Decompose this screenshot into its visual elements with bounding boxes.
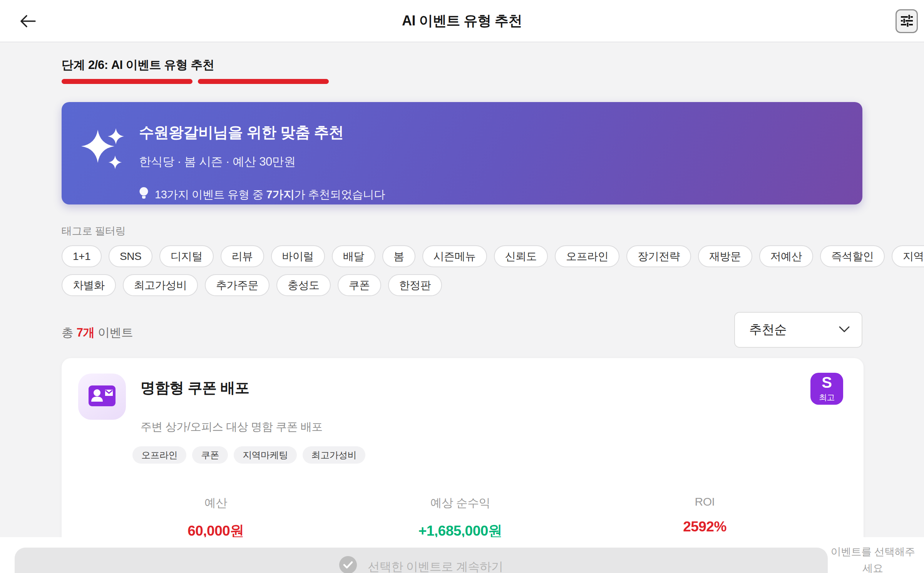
tag-filter-chip[interactable]: 봄 (382, 245, 415, 267)
continue-button-label: 선택한 이벤트로 계속하기 (368, 556, 503, 573)
event-subtitle: 주변 상가/오피스 대상 명함 쿠폰 배포 (141, 419, 323, 435)
event-count: 7개 (77, 326, 95, 339)
page-title: AI 이벤트 유형 추천 (402, 12, 522, 30)
tag-filter-chip[interactable]: 디지털 (159, 245, 214, 267)
stat-column: 예산 60,000원 (94, 495, 338, 541)
tag-filter-chip[interactable]: 장기전략 (626, 245, 691, 267)
banner-info-text: 13가지 이벤트 유형 중 7가지가 추천되었습니다 (155, 187, 385, 203)
progress-segment (198, 79, 329, 84)
contact-mail-icon (89, 385, 116, 408)
event-icon-container (78, 374, 126, 420)
sparkles-icon (80, 125, 124, 204)
banner-content: 수원왕갈비님을 위한 맞춤 추천 한식당 · 봄 시즌 · 예산 30만원 13… (139, 122, 385, 204)
tag-filter-chip[interactable]: SNS (109, 245, 152, 267)
banner-title: 수원왕갈비님을 위한 맞춤 추천 (139, 122, 385, 143)
selection-hint: 이벤트를 선택해주세요 (828, 544, 918, 573)
tag-filter-row-1: 1+1SNS디지털리뷰바이럴배달봄시즌메뉴신뢰도오프라인장기전략재방문저예산즉석… (62, 245, 924, 267)
stat-value: 2592% (583, 519, 827, 535)
back-button[interactable] (16, 11, 39, 32)
tag-filter-chip[interactable]: 차별화 (62, 274, 116, 296)
app-header: AI 이벤트 유형 추천 (0, 0, 924, 42)
tune-sliders-icon (900, 14, 913, 29)
filter-settings-button[interactable] (896, 9, 918, 33)
event-tag: 쿠폰 (192, 446, 228, 464)
bottom-bar: 선택한 이벤트로 계속하기 이벤트를 선택해주세요 (0, 537, 924, 573)
tag-filter-chip[interactable]: 시즌메뉴 (422, 245, 487, 267)
event-tag: 지역마케팅 (234, 446, 297, 464)
event-tag: 오프라인 (132, 446, 186, 464)
tag-filter-chip[interactable]: 쿠폰 (338, 274, 381, 296)
tag-filter-chip[interactable]: 최고가성비 (123, 274, 198, 296)
progress-segment (62, 79, 192, 84)
event-stats: 예산 60,000원 예상 순수익 +1,685,000원 ROI 2592% (78, 495, 842, 541)
event-card-head: 명함형 쿠폰 배포 주변 상가/오피스 대상 명함 쿠폰 배포 (78, 374, 842, 435)
event-tags: 오프라인쿠폰지역마케팅최고가성비 (132, 446, 842, 464)
arrow-left-icon (19, 13, 37, 30)
tag-filter-label: 태그로 필터링 (62, 224, 126, 238)
continue-button[interactable]: 선택한 이벤트로 계속하기 (15, 548, 828, 573)
tag-filter-chip[interactable]: 바이럴 (271, 245, 325, 267)
tag-filter-chip[interactable]: 오프라인 (555, 245, 619, 267)
lightbulb-icon (139, 187, 149, 203)
sort-selected-value: 추천순 (749, 321, 839, 338)
check-circle-icon (339, 556, 357, 573)
tag-filter-chip[interactable]: 저예산 (759, 245, 814, 267)
tag-filter-chip[interactable]: 1+1 (62, 245, 102, 267)
grade-letter: S (822, 375, 832, 390)
chevron-down-icon (839, 326, 850, 334)
event-card[interactable]: 명함형 쿠폰 배포 주변 상가/오피스 대상 명함 쿠폰 배포 오프라인쿠폰지역… (62, 358, 864, 558)
tag-filter-chip[interactable]: 배달 (332, 245, 375, 267)
tag-filter-chip[interactable]: 재방문 (698, 245, 752, 267)
event-count-summary: 총 7개 이벤트 (62, 325, 133, 341)
tag-filter-chip[interactable]: 지역마케팅 (892, 245, 924, 267)
tag-filter-chip[interactable]: 리뷰 (221, 245, 264, 267)
event-card-text: 명함형 쿠폰 배포 주변 상가/오피스 대상 명함 쿠폰 배포 (141, 374, 323, 435)
sort-dropdown[interactable]: 추천순 (734, 312, 862, 348)
step-label: 단계 2/6: AI 이벤트 유형 추천 (62, 57, 214, 73)
tag-filter-chip[interactable]: 추가주문 (205, 274, 270, 296)
stat-column: 예상 순수익 +1,685,000원 (338, 495, 583, 541)
event-tag: 최고가성비 (303, 446, 366, 464)
banner-subtitle: 한식당 · 봄 시즌 · 예산 30만원 (139, 154, 385, 170)
stat-label: 예상 순수익 (338, 495, 583, 511)
stat-label: ROI (583, 495, 827, 508)
stat-column: ROI 2592% (583, 495, 827, 541)
grade-label: 최고 (819, 392, 835, 403)
banner-info: 13가지 이벤트 유형 중 7가지가 추천되었습니다 (139, 187, 385, 203)
event-title: 명함형 쿠폰 배포 (141, 378, 323, 398)
stat-label: 예산 (94, 495, 338, 511)
progress-bar (62, 79, 329, 84)
tag-filter-chip[interactable]: 한정판 (388, 274, 442, 296)
tag-filter-chip[interactable]: 충성도 (276, 274, 331, 296)
grade-badge: S 최고 (810, 373, 843, 405)
ai-recommendation-banner: 수원왕갈비님을 위한 맞춤 추천 한식당 · 봄 시즌 · 예산 30만원 13… (62, 102, 862, 204)
tag-filter-chip[interactable]: 즉석할인 (820, 245, 885, 267)
tag-filter-chip[interactable]: 신뢰도 (494, 245, 548, 267)
tag-filter-row-2: 차별화최고가성비추가주문충성도쿠폰한정판 (62, 274, 442, 296)
